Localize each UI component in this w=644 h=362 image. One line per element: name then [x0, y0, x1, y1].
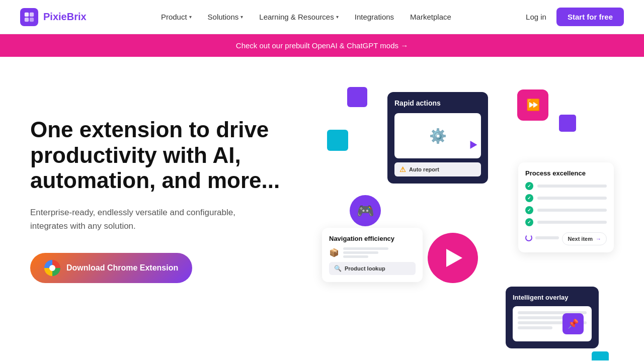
svg-rect-3 — [30, 17, 34, 21]
loading-spinner — [525, 234, 532, 241]
rapid-actions-card: Rapid actions ⚙️ ⚠ Auto report — [387, 92, 488, 184]
auto-report-badge: ⚠ Auto report — [394, 162, 481, 176]
decorative-block-fastforward: ⏩ — [517, 89, 548, 121]
logo[interactable]: PixieBrix — [20, 8, 87, 26]
process-row-3 — [525, 206, 607, 214]
nav-marketplace[interactable]: Marketplace — [410, 13, 451, 21]
check-icon — [525, 206, 533, 214]
nav-links: Product ▾ Solutions ▾ Learning & Resourc… — [161, 13, 451, 21]
chevron-down-icon: ▾ — [240, 14, 243, 20]
main-content: One extension to drive productivity with… — [0, 57, 644, 360]
search-icon: 🔍 — [334, 265, 342, 272]
cursor-icon — [467, 141, 477, 151]
hero-section: One extension to drive productivity with… — [30, 87, 312, 283]
hero-visual: 🎮 ⏩ Rapid actions ⚙️ ⚠ Auto report Proce… — [322, 87, 614, 360]
hero-title: One extension to drive productivity with… — [30, 117, 312, 194]
nav-learning[interactable]: Learning & Resources ▾ — [259, 13, 338, 21]
nav-integrations[interactable]: Integrations — [355, 13, 394, 21]
check-icon — [525, 218, 533, 226]
bug-icon: ⚙️ — [429, 128, 447, 144]
rapid-actions-content: ⚙️ — [394, 113, 481, 158]
intelligent-overlay-card: Intelligent overlay — [506, 287, 599, 348]
download-chrome-extension-button[interactable]: Download Chrome Extension — [30, 253, 192, 283]
next-item-button[interactable]: Next item → — [562, 232, 607, 245]
chevron-down-icon: ▾ — [189, 14, 192, 20]
check-icon — [525, 194, 533, 202]
decorative-block-teal — [327, 130, 348, 151]
process-row-2 — [525, 194, 607, 202]
play-button[interactable] — [428, 233, 478, 283]
process-row-4 — [525, 218, 607, 226]
navigation-efficiency-card: Navigation efficiency 📦 🔍 Product lookup — [322, 228, 423, 282]
nav-actions: Log in Start for free — [526, 8, 624, 26]
arrow-icon: → — [596, 236, 601, 242]
nav-product[interactable]: Product ▾ — [161, 13, 192, 21]
decorative-pin: 📌 — [562, 313, 584, 334]
product-lookup-badge: 🔍 Product lookup — [329, 262, 416, 275]
hero-subtitle: Enterprise-ready, endlessly versatile an… — [30, 206, 272, 233]
process-row-1 — [525, 182, 607, 190]
logo-icon — [20, 8, 38, 26]
chevron-down-icon: ▾ — [336, 14, 339, 20]
logo-text: PixieBrix — [43, 11, 87, 23]
play-icon — [446, 249, 462, 267]
decorative-block-pacman: 🎮 — [350, 195, 381, 226]
navigation-bar: PixieBrix Product ▾ Solutions ▾ Learning… — [0, 0, 644, 34]
decorative-block-purple — [347, 87, 367, 107]
decorative-teal-bottom — [592, 351, 609, 360]
login-link[interactable]: Log in — [526, 13, 546, 21]
warning-icon: ⚠ — [399, 165, 406, 173]
process-excellence-card: Process excellence Next item — [518, 162, 614, 252]
svg-rect-1 — [30, 12, 34, 16]
check-icon — [525, 182, 533, 190]
nav-row: 📦 — [329, 247, 416, 258]
promo-banner[interactable]: Check out our prebuilt OpenAI & ChatGPT … — [0, 34, 644, 57]
cube-icon: 📦 — [329, 248, 339, 257]
svg-rect-0 — [25, 12, 29, 16]
nav-solutions[interactable]: Solutions ▾ — [208, 13, 244, 21]
decorative-block-purple-sm-top — [559, 115, 576, 132]
svg-rect-2 — [25, 17, 29, 21]
chrome-icon — [44, 260, 60, 276]
start-free-button[interactable]: Start for free — [556, 8, 624, 26]
